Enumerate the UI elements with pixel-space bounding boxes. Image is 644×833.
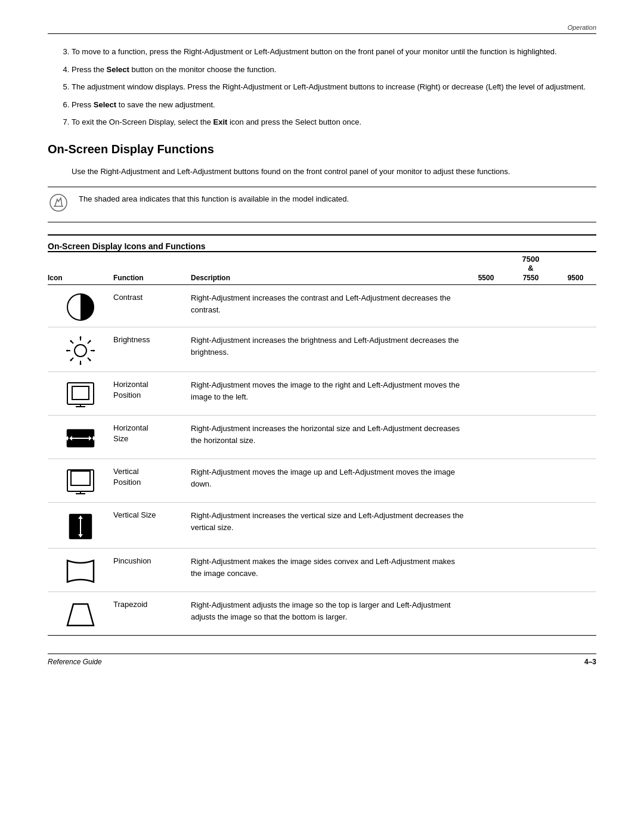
svg-point-15 — [70, 340, 72, 342]
svg-point-11 — [80, 337, 82, 339]
th-9500: 9500 — [555, 274, 596, 282]
svg-marker-28 — [93, 436, 96, 441]
svg-point-12 — [80, 363, 82, 365]
svg-point-13 — [67, 350, 69, 352]
col-9500-header-spacer — [555, 255, 596, 272]
contrast-description: Right-Adjustment increases the contrast … — [191, 290, 465, 315]
table-row: Trapezoid Right-Adjustment adjusts the i… — [48, 592, 596, 636]
note-box: The shaded area indicates that this func… — [48, 187, 596, 222]
vsize-description: Right-Adjustment increases the vertical … — [191, 507, 465, 533]
vpos-description: Right-Adjustment moves the image up and … — [191, 464, 465, 490]
vsize-function: Vertical Size — [113, 507, 191, 521]
col-5500-header-spacer — [465, 255, 507, 272]
table-row: Pincushion Right-Adjustment makes the im… — [48, 549, 596, 592]
table-row: VerticalPosition Right-Adjustment moves … — [48, 459, 596, 503]
th-function: Function — [113, 274, 191, 282]
th-7550: 7550 — [507, 274, 555, 282]
hsize-function: HorizontalSize — [113, 420, 191, 444]
col-7500-header: 7500 & — [507, 255, 555, 272]
trapezoid-description: Right-Adjustment adjusts the image so th… — [191, 597, 465, 623]
svg-point-14 — [93, 350, 95, 352]
page-header: Operation — [48, 24, 596, 34]
list-item-7: To exit the On-Screen Display, select th… — [72, 116, 596, 128]
vpos-function: VerticalPosition — [113, 464, 191, 488]
vpos-icon — [48, 464, 113, 497]
svg-point-0 — [50, 194, 67, 211]
section-heading: On-Screen Display Functions — [48, 143, 596, 156]
page-container: Operation To move to a function, press t… — [0, 0, 644, 833]
table-row: Brightness Right-Adjustment increases th… — [48, 327, 596, 372]
trapezoid-function: Trapezoid — [113, 597, 191, 610]
svg-point-2 — [75, 345, 86, 357]
trapezoid-icon — [48, 597, 113, 630]
svg-marker-43 — [67, 604, 94, 625]
list-item-5: The adjustment window displays. Press th… — [72, 81, 596, 93]
pincushion-icon — [48, 553, 113, 587]
brightness-description: Right-Adjustment increases the brightnes… — [191, 332, 465, 358]
note-icon — [48, 193, 69, 216]
th-icon: Icon — [48, 274, 113, 282]
pincushion-description: Right-Adjustment makes the image sides c… — [191, 553, 465, 579]
hpos-function: HorizontalPosition — [113, 377, 191, 401]
hpos-description: Right-Adjustment moves the image to the … — [191, 377, 465, 402]
list-item-4: Press the Select button on the monitor c… — [72, 64, 596, 76]
brightness-icon — [48, 332, 113, 367]
header-title: Operation — [568, 24, 596, 31]
svg-point-18 — [70, 360, 72, 361]
list-item-6: Press Select to save the new adjustment. — [72, 99, 596, 111]
contrast-icon — [48, 290, 113, 322]
svg-rect-20 — [72, 386, 89, 400]
table-row: Vertical Size Right-Adjustment increases… — [48, 503, 596, 549]
functions-table: 7500 & Icon Function Description 5500 75… — [48, 251, 596, 636]
subsection-heading: On-Screen Display Icons and Functions — [48, 241, 596, 251]
footer-right: 4–3 — [584, 658, 596, 666]
contrast-function: Contrast — [113, 290, 191, 303]
page-footer: Reference Guide 4–3 — [48, 654, 596, 666]
hpos-icon — [48, 377, 113, 410]
vsize-icon — [48, 507, 113, 543]
note-text: The shaded area indicates that this func… — [79, 193, 349, 205]
pincushion-function: Pincushion — [113, 553, 191, 566]
svg-point-17 — [89, 340, 91, 342]
intro-text: Use the Right-Adjustment and Left-Adjust… — [72, 166, 596, 178]
svg-rect-33 — [71, 471, 90, 485]
list-item-3: To move to a function, press the Right-A… — [72, 46, 596, 58]
th-description: Description — [191, 274, 465, 282]
brightness-function: Brightness — [113, 332, 191, 345]
hsize-icon — [48, 420, 113, 454]
svg-marker-26 — [65, 436, 68, 441]
svg-point-16 — [89, 360, 91, 361]
th-5500: 5500 — [465, 274, 507, 282]
footer-left: Reference Guide — [48, 658, 102, 666]
table-row: Contrast Right-Adjustment increases the … — [48, 285, 596, 327]
numbered-list: To move to a function, press the Right-A… — [72, 46, 596, 128]
table-row: HorizontalPosition Right-Adjustment move… — [48, 372, 596, 416]
table-column-headers: Icon Function Description 5500 7550 9500 — [48, 274, 596, 285]
table-row: HorizontalSize Right-Adjustment increase… — [48, 416, 596, 459]
hsize-description: Right-Adjustment increases the horizonta… — [191, 420, 465, 446]
